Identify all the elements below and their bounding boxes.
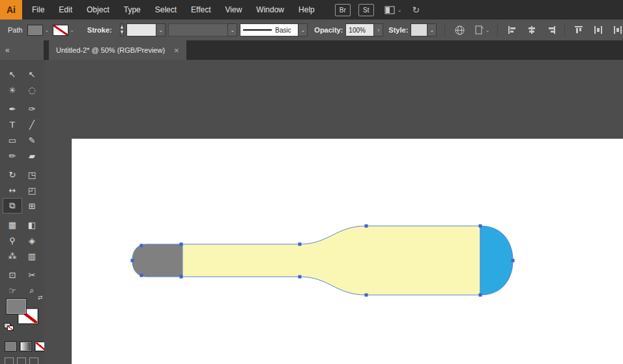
paintbrush-tool[interactable]: ✎ bbox=[22, 132, 42, 148]
align-left-button[interactable] bbox=[507, 25, 517, 35]
menu-window[interactable]: Window bbox=[249, 0, 291, 20]
workspace-switcher-button[interactable]: ↻ bbox=[412, 5, 420, 15]
perspective-grid-tool[interactable]: ⊞ bbox=[22, 198, 42, 214]
width-tool[interactable]: ↔ bbox=[3, 182, 22, 198]
eraser-tool[interactable]: ▰ bbox=[22, 148, 42, 163]
arrange-documents-icon bbox=[384, 5, 396, 15]
rotate-tool[interactable]: ↻ bbox=[3, 167, 22, 182]
recolor-artwork-button[interactable] bbox=[454, 25, 465, 36]
anchor-point[interactable] bbox=[298, 275, 302, 279]
stroke-weight-value[interactable] bbox=[126, 23, 156, 36]
hand-tool[interactable]: ☞ bbox=[3, 283, 22, 298]
fill-color-dropdown[interactable]: ⌄ bbox=[27, 25, 49, 36]
menu-select[interactable]: Select bbox=[148, 0, 184, 20]
shape-yellow-body[interactable] bbox=[181, 226, 480, 295]
free-transform-tool[interactable]: ◰ bbox=[22, 182, 42, 198]
selection-tool[interactable]: ↖ bbox=[3, 66, 22, 82]
scale-tool[interactable]: ◳ bbox=[22, 167, 42, 182]
chevron-right-icon[interactable]: › bbox=[373, 23, 383, 36]
isolate-selection-button[interactable]: ⌄ bbox=[474, 25, 490, 35]
menu-file[interactable]: File bbox=[25, 0, 51, 20]
color-button[interactable] bbox=[5, 341, 17, 352]
stroke-none-swatch-icon bbox=[53, 25, 68, 36]
menu-effect[interactable]: Effect bbox=[184, 0, 218, 20]
bridge-button[interactable]: Br bbox=[335, 4, 351, 16]
menu-view[interactable]: View bbox=[218, 0, 250, 20]
stroke-weight-combo[interactable]: ⌄ bbox=[126, 23, 166, 36]
document-icon bbox=[474, 25, 484, 35]
style-swatch[interactable] bbox=[411, 23, 427, 36]
menu-type[interactable]: Type bbox=[117, 0, 148, 20]
style-combo[interactable]: ⌄ bbox=[411, 23, 437, 36]
anchor-point[interactable] bbox=[180, 243, 183, 246]
chevron-down-icon[interactable]: ⌄ bbox=[298, 23, 308, 36]
align-right-button[interactable] bbox=[546, 25, 557, 35]
stepper-down-icon[interactable]: ▼ bbox=[121, 30, 124, 35]
swap-fill-stroke-icon[interactable]: ⇄ bbox=[38, 294, 43, 301]
opacity-label: Opacity: bbox=[314, 26, 343, 34]
magic-wand-tool[interactable]: ✳ bbox=[3, 82, 22, 98]
fill-indicator-swatch[interactable] bbox=[6, 298, 27, 315]
anchor-point[interactable] bbox=[140, 244, 143, 247]
lasso-tool[interactable]: ◌ bbox=[22, 82, 42, 98]
shape-builder-tool[interactable]: ⧉ bbox=[3, 198, 22, 214]
line-segment-tool[interactable]: ╱ bbox=[22, 117, 42, 132]
anchor-point[interactable] bbox=[131, 259, 134, 262]
gradient-button[interactable] bbox=[20, 341, 32, 352]
chevron-down-icon: ⌄ bbox=[70, 27, 74, 33]
brush-preview-field[interactable]: Basic bbox=[240, 23, 298, 36]
opacity-combo[interactable]: 100% › bbox=[345, 23, 383, 36]
anchor-point[interactable] bbox=[365, 225, 368, 228]
document-tab[interactable]: Untitled-2* @ 50% (RGB/Preview) × bbox=[49, 40, 186, 60]
stroke-color-dropdown[interactable]: ⌄ bbox=[53, 25, 74, 36]
shape-gray-cap[interactable] bbox=[132, 244, 182, 277]
chevron-down-icon: ⌄ bbox=[227, 23, 237, 36]
chevron-down-icon[interactable]: ⌄ bbox=[156, 23, 166, 36]
type-tool[interactable]: T bbox=[3, 117, 22, 132]
symbol-sprayer-tool[interactable]: ⁂ bbox=[3, 248, 22, 264]
direct-selection-tool[interactable]: ↖ bbox=[22, 66, 42, 82]
draw-behind-icon[interactable] bbox=[17, 357, 26, 364]
eyedropper-tool[interactable]: ⚲ bbox=[3, 232, 22, 248]
anchor-point[interactable] bbox=[140, 274, 143, 277]
anchor-point[interactable] bbox=[479, 294, 482, 297]
gradient-tool[interactable]: ◧ bbox=[22, 217, 42, 232]
distribute-horizontal-button[interactable] bbox=[593, 25, 603, 35]
draw-inside-icon[interactable] bbox=[29, 357, 38, 364]
stock-button[interactable]: St bbox=[358, 4, 374, 16]
brush-definition-combo[interactable]: Basic ⌄ bbox=[240, 23, 308, 36]
shape-blue-cap[interactable] bbox=[480, 226, 513, 295]
blend-tool[interactable]: ◈ bbox=[22, 232, 42, 248]
default-fill-stroke-icon[interactable] bbox=[4, 323, 14, 331]
menu-edit[interactable]: Edit bbox=[51, 0, 80, 20]
menu-help[interactable]: Help bbox=[291, 0, 322, 20]
chevron-down-icon[interactable]: ⌄ bbox=[427, 23, 437, 36]
anchor-point[interactable] bbox=[180, 275, 183, 279]
tool-grid: ↖ ↖ ✳ ◌ ✒ ✑ T ╱ ▭ ✎ ✏ ▰ ↻ ◳ ↔ ◰ ⧉ ⊞ ▦ ◧ … bbox=[0, 60, 44, 298]
anchor-point[interactable] bbox=[365, 294, 368, 297]
menu-object[interactable]: Object bbox=[80, 0, 117, 20]
pencil-tool[interactable]: ✏ bbox=[3, 148, 22, 163]
rectangle-tool[interactable]: ▭ bbox=[3, 132, 22, 148]
opacity-value[interactable]: 100% bbox=[345, 23, 374, 36]
draw-normal-icon[interactable] bbox=[5, 357, 14, 364]
pen-tool[interactable]: ✒ bbox=[3, 101, 22, 117]
anchor-point[interactable] bbox=[512, 259, 515, 262]
mesh-tool[interactable]: ▦ bbox=[3, 217, 22, 232]
slice-tool[interactable]: ✂ bbox=[22, 267, 42, 283]
arrange-documents-button[interactable]: ⌄ bbox=[384, 5, 402, 15]
column-graph-tool[interactable]: ▥ bbox=[22, 248, 42, 264]
workspace-switcher-icon: ↻ bbox=[412, 5, 420, 15]
artboard-tool[interactable]: ⊡ bbox=[3, 267, 22, 283]
stroke-weight-stepper[interactable]: ▲ ▼ bbox=[120, 23, 124, 36]
anchor-point[interactable] bbox=[479, 225, 482, 228]
align-top-button[interactable] bbox=[573, 25, 584, 35]
anchor-point[interactable] bbox=[298, 243, 302, 246]
distribute-horizontal-icon bbox=[593, 25, 603, 35]
collapse-toolbar-button[interactable]: « bbox=[0, 40, 44, 60]
chevron-down-icon: ⌄ bbox=[485, 27, 490, 33]
curvature-tool[interactable]: ✑ bbox=[22, 101, 42, 117]
align-center-button[interactable] bbox=[527, 25, 537, 35]
distribute-vertical-button[interactable] bbox=[613, 25, 623, 35]
close-tab-icon[interactable]: × bbox=[174, 46, 179, 55]
